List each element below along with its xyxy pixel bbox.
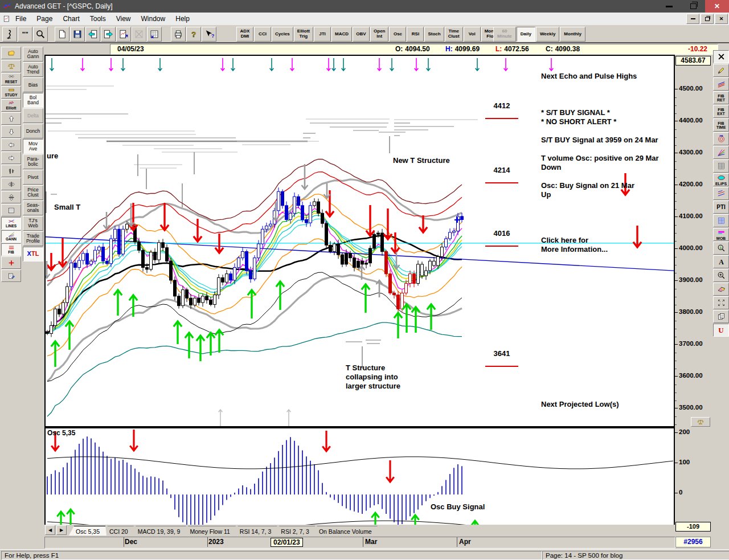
mob-tool-button[interactable]: MOB: [713, 228, 729, 241]
child-minimize-button[interactable]: [686, 14, 699, 24]
new-chart-button[interactable]: [55, 27, 69, 42]
vertical-expand-button[interactable]: [1, 191, 21, 203]
indicator-stoch-button[interactable]: Stoch: [424, 27, 444, 42]
elliott-button[interactable]: Elliott: [1, 99, 21, 112]
minimize-button[interactable]: [657, 0, 681, 13]
menu-page[interactable]: Page: [31, 14, 58, 24]
snap-magnet-tool-button[interactable]: U: [713, 324, 729, 337]
study-pivot-button[interactable]: Pivot: [23, 170, 43, 185]
scroll-right-button[interactable]: [1, 152, 21, 164]
crosshair-button[interactable]: [1, 256, 21, 269]
child-restore-button[interactable]: [701, 14, 714, 24]
indicator-obv-button[interactable]: OBV: [353, 27, 370, 42]
gann-fan-tool-button[interactable]: [713, 146, 729, 159]
tab-on-balance-volume[interactable]: On Balance Volume: [312, 526, 379, 536]
quotes-button[interactable]: ””: [18, 27, 32, 42]
help-button[interactable]: ?: [186, 27, 201, 42]
text-tool-button[interactable]: A: [713, 255, 729, 268]
magnify-one-tool-button[interactable]: 1: [713, 242, 729, 255]
expand-tool-button[interactable]: [713, 296, 729, 309]
reset-button[interactable]: RESET: [1, 73, 21, 85]
chart-setup-button[interactable]: [116, 27, 131, 42]
period-weekly-button[interactable]: Weekly: [536, 27, 559, 42]
study-tj-s-web-button[interactable]: TJ's Web: [23, 216, 43, 231]
restore-button[interactable]: [681, 0, 705, 13]
fib-circle-tool-button[interactable]: FIB: [713, 132, 729, 145]
study-para-bolic-button[interactable]: Para- bolic: [23, 154, 43, 169]
ellipse-tool-button[interactable]: ELiPS: [713, 173, 729, 186]
menu-help[interactable]: Help: [170, 14, 195, 24]
pin-button[interactable]: [2, 27, 17, 42]
open-chart-button[interactable]: [1, 47, 21, 59]
child-close-button[interactable]: ✕: [715, 14, 728, 24]
regression-lines-tool-button[interactable]: [713, 187, 729, 200]
balance-button[interactable]: [1, 60, 21, 72]
search-button[interactable]: [33, 27, 48, 42]
tab-cci-20[interactable]: CCI 20: [103, 526, 135, 536]
indicator-vol-button[interactable]: Vol: [464, 27, 481, 42]
indicator-osc-button[interactable]: Osc: [389, 27, 406, 42]
grid-setup-button[interactable]: [147, 27, 162, 42]
properties-button[interactable]: [1, 269, 21, 282]
tab-scroll-right[interactable]: ▶: [56, 525, 67, 535]
fib-extension-tool-button[interactable]: FIB EXT: [713, 105, 729, 118]
trendline-pencil-tool-button[interactable]: [713, 64, 729, 77]
indicator-rsi-button[interactable]: RSI: [407, 27, 424, 42]
save-button[interactable]: [70, 27, 85, 42]
gann-grid-tool-button[interactable]: [713, 160, 729, 173]
study-price-clust-button[interactable]: Price Clust: [23, 185, 43, 200]
next-page-button[interactable]: [101, 27, 116, 42]
zoom-tool-button[interactable]: [713, 269, 729, 282]
pti-tool-button[interactable]: PTI: [713, 201, 729, 214]
tab-money-flow-11[interactable]: Money Flow 11: [183, 526, 236, 536]
price-axis[interactable]: 4583.67 4500.004400.004300.004200.004100…: [675, 55, 712, 537]
period-daily-button[interactable]: Daily: [517, 27, 535, 42]
menu-chart[interactable]: Chart: [58, 14, 84, 24]
scroll-left-button[interactable]: [1, 138, 21, 151]
lines-button[interactable]: LINES: [1, 217, 21, 230]
grid-tool-button[interactable]: [713, 214, 729, 227]
grid-toggle-button[interactable]: [1, 204, 21, 216]
indicator-time-clust-button[interactable]: Time Clust: [445, 27, 463, 42]
indicator-cci-button[interactable]: CCI: [254, 27, 271, 42]
indicator-adx-dmi-button[interactable]: ADX DMI: [236, 27, 253, 42]
scroll-down-button[interactable]: [1, 125, 21, 138]
study-donch-button[interactable]: Donch: [23, 124, 43, 138]
indicator-macd-button[interactable]: MACD: [331, 27, 352, 42]
study-bol-band-button[interactable]: Bol Band: [23, 93, 43, 108]
previous-page-button[interactable]: [85, 27, 100, 42]
tab-macd-19-39-9[interactable]: MACD 19, 39, 9: [131, 526, 187, 536]
study-mov-ave-button[interactable]: Mov Ave: [23, 139, 43, 154]
horizontal-expand-button[interactable]: [1, 178, 21, 190]
indicator-elliott-trig-button[interactable]: Elliott Trig: [294, 27, 313, 42]
menu-window[interactable]: Window: [136, 14, 171, 24]
date-axis[interactable]: Dec202302/01/23MarApr: [44, 537, 675, 549]
study-button[interactable]: STUDY: [1, 86, 21, 99]
fib-retracement-tool-button[interactable]: FIB RET: [713, 91, 729, 104]
context-help-button[interactable]: ?: [202, 27, 216, 42]
gann-button[interactable]: GANN: [1, 230, 21, 243]
tab-osc-5-35[interactable]: Osc 5,35: [69, 526, 107, 536]
parallel-lines-tool-button[interactable]: [713, 77, 729, 91]
more-information-link[interactable]: Click here for More Information...: [541, 236, 608, 254]
scroll-up-button[interactable]: [1, 112, 21, 125]
fib-button[interactable]: FIB: [1, 243, 21, 256]
period-monthly-button[interactable]: Monthly: [560, 27, 585, 42]
fib-time-tool-button[interactable]: FIB TIME: [713, 118, 729, 132]
tab-rsi-14-7-3[interactable]: RSI 14, 7, 3: [233, 526, 278, 536]
study-auto-gann-button[interactable]: Auto Gann: [23, 47, 43, 62]
pointer-x-tool-button[interactable]: [713, 50, 729, 63]
tab-scroll-left[interactable]: ◀: [45, 525, 55, 535]
print-button[interactable]: [171, 27, 186, 42]
indicator-cycles-button[interactable]: Cycles: [272, 27, 293, 42]
indicator-jti-button[interactable]: JTI: [314, 27, 331, 42]
copy-page-tool-button[interactable]: [713, 310, 729, 323]
study-xtl-button[interactable]: XTL: [23, 247, 43, 261]
study-bias-button[interactable]: Bias: [23, 77, 43, 92]
menu-tools[interactable]: Tools: [85, 14, 111, 24]
price-chart[interactable]: Next Echo and Pulse Highs* S/T BUY SIGNA…: [44, 55, 675, 427]
tab-rsi-2-7-3[interactable]: RSI 2, 7, 3: [274, 526, 316, 536]
close-button[interactable]: ✕: [705, 0, 729, 13]
menu-view[interactable]: View: [111, 14, 136, 24]
study-trade-profile-button[interactable]: Trade Profile: [23, 231, 43, 246]
